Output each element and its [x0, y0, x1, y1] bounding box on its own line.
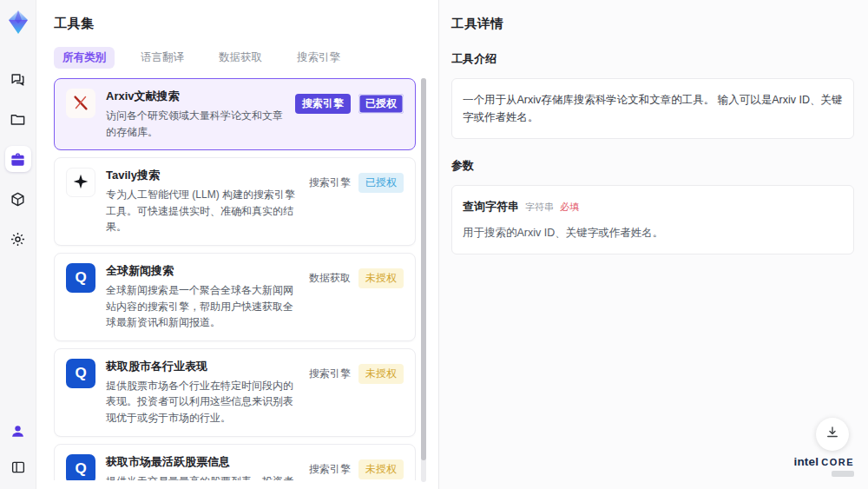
- news-q-icon: Q: [75, 461, 86, 476]
- tool-icon: Q: [66, 168, 95, 197]
- tool-description: 提供当天交易量最高的股票列表，投资者可以利用这些信息来识别流动性强的股票和潜在的…: [106, 473, 299, 480]
- download-button[interactable]: [816, 418, 849, 451]
- tool-card-body: Tavily搜索 专为人工智能代理 (LLM) 构建的搜索引擎工具。可快速提供实…: [106, 168, 299, 235]
- tool-name: Tavily搜索: [106, 168, 299, 183]
- tab-3[interactable]: 搜索引擎: [288, 47, 349, 69]
- sidebar-item-files[interactable]: [5, 106, 31, 132]
- rail-bottom: [5, 418, 31, 480]
- param-type: 字符串: [525, 200, 554, 215]
- tool-list: Q Arxiv文献搜索 访问各个研究领域大量科学论文和文章的存储库。 搜索引擎 …: [54, 78, 438, 480]
- param-desc: 用于搜索的Arxiv ID、关键字或作者姓名。: [463, 224, 843, 241]
- tab-0[interactable]: 所有类别: [54, 47, 115, 69]
- intel-wordmark: intel: [793, 455, 819, 468]
- tool-name: 全球新闻搜索: [106, 263, 299, 279]
- chat-bubbles-icon: [10, 71, 26, 88]
- tool-description: 全球新闻搜索是一个聚合全球各大新闻网站内容的搜索引擎，帮助用户快速获取全球最新资…: [106, 282, 299, 331]
- tool-card-badges: 数据获取 未授权: [309, 268, 404, 331]
- sparkle-star-icon: [72, 173, 89, 193]
- tool-card-badges: 搜索引擎 已授权: [309, 173, 404, 235]
- sidebar-item-tools[interactable]: [5, 146, 31, 172]
- tab-1[interactable]: 语言翻译: [132, 47, 193, 69]
- param-required-badge: 必填: [560, 200, 579, 215]
- auth-status-badge: 已授权: [358, 173, 404, 193]
- core-wordmark: CORE: [821, 457, 854, 467]
- sidebar-item-settings[interactable]: [5, 226, 31, 252]
- cube-icon: [10, 191, 26, 208]
- tool-card[interactable]: Q 全球新闻搜索 全球新闻搜索是一个聚合全球各大新闻网站内容的搜索引擎，帮助用户…: [54, 253, 416, 341]
- category-tabs: 所有类别语言翻译数据获取搜索引擎: [54, 47, 438, 69]
- tool-card-badges: 搜索引擎 未授权: [309, 364, 404, 426]
- user-icon: [10, 423, 26, 439]
- auth-status-badge: 已授权: [358, 94, 404, 114]
- gear-icon: [10, 231, 26, 248]
- intel-core-logo: intelCORE: [793, 453, 854, 477]
- tool-card-body: 全球新闻搜索 全球新闻搜索是一个聚合全球各大新闻网站内容的搜索引擎，帮助用户快速…: [106, 263, 299, 331]
- toolset-panel: 工具集 所有类别语言翻译数据获取搜索引擎 Q: [36, 0, 438, 489]
- param-card: 查询字符串 字符串 必填 用于搜索的Arxiv ID、关键字或作者姓名。: [451, 185, 854, 254]
- category-badge: 数据获取: [309, 268, 351, 288]
- param-name: 查询字符串: [463, 198, 519, 216]
- category-badge: 搜索引擎: [295, 94, 351, 114]
- param-head: 查询字符串 字符串 必填: [463, 198, 843, 216]
- tool-card-body: Arxiv文献搜索 访问各个研究领域大量科学论文和文章的存储库。: [106, 89, 285, 140]
- tool-card[interactable]: Q 获取市场最活跃股票信息 提供当天交易量最高的股票列表，投资者可以利用这些信息…: [54, 444, 416, 480]
- tab-2[interactable]: 数据获取: [210, 47, 271, 69]
- tool-card[interactable]: Q Arxiv文献搜索 访问各个研究领域大量科学论文和文章的存储库。 搜索引擎 …: [54, 78, 416, 150]
- intro-card: 一个用于从Arxiv存储库搜索科学论文和文章的工具。 输入可以是Arxiv ID…: [451, 78, 854, 139]
- folder-icon: [10, 111, 26, 128]
- arxiv-x-icon: [71, 93, 90, 115]
- sidebar-item-plugins[interactable]: [5, 186, 31, 212]
- tool-icon: Q: [66, 359, 95, 388]
- sidebar-item-chat[interactable]: [5, 66, 31, 92]
- auth-status-badge: 未授权: [358, 459, 404, 479]
- tool-card-body: 获取股市各行业表现 提供股票市场各个行业在特定时间段内的表现。投资者可以利用这些…: [106, 359, 299, 426]
- sidebar-item-panel-toggle[interactable]: [5, 454, 31, 480]
- tool-description: 专为人工智能代理 (LLM) 构建的搜索引擎工具。可快速提供实时、准确和真实的结…: [106, 187, 299, 235]
- params-section-title: 参数: [451, 158, 854, 174]
- tool-name: Arxiv文献搜索: [106, 89, 285, 104]
- tool-name: 获取股市各行业表现: [106, 359, 299, 374]
- tool-card[interactable]: Q 获取股市各行业表现 提供股票市场各个行业在特定时间段内的表现。投资者可以利用…: [54, 348, 416, 437]
- sidebar-item-user[interactable]: [5, 418, 31, 444]
- tool-card-badges: 搜索引擎 已授权: [295, 94, 404, 140]
- tool-card-badges: 搜索引擎 未授权: [309, 459, 404, 480]
- tool-details-panel: 工具详情 工具介绍 一个用于从Arxiv存储库搜索科学论文和文章的工具。 输入可…: [438, 0, 868, 489]
- category-badge: 搜索引擎: [309, 459, 351, 479]
- intro-section-title: 工具介绍: [451, 51, 854, 67]
- category-badge: 搜索引擎: [309, 173, 351, 193]
- news-q-icon: Q: [75, 366, 86, 380]
- tool-icon: Q: [66, 89, 95, 118]
- left-rail: [0, 0, 36, 489]
- page-title: 工具集: [54, 16, 438, 32]
- auth-status-badge: 未授权: [358, 268, 404, 288]
- details-title: 工具详情: [451, 16, 854, 32]
- tool-card[interactable]: Q Tavily搜索 专为人工智能代理 (LLM) 构建的搜索引擎工具。可快速提…: [54, 157, 416, 246]
- tool-name: 获取市场最活跃股票信息: [106, 454, 299, 470]
- news-q-icon: Q: [75, 270, 86, 285]
- tool-icon: Q: [66, 263, 95, 293]
- tool-description: 提供股票市场各个行业在特定时间段内的表现。投资者可以利用这些信息来识别表现优于或…: [106, 378, 299, 426]
- tool-description: 访问各个研究领域大量科学论文和文章的存储库。: [106, 108, 285, 140]
- logo-sub-badge: [832, 471, 854, 477]
- app-window: 工具集 所有类别语言翻译数据获取搜索引擎 Q: [0, 0, 868, 489]
- tool-icon: Q: [66, 454, 95, 480]
- briefcase-icon: [10, 151, 26, 168]
- list-scrollbar: [421, 78, 426, 482]
- download-icon: [825, 425, 840, 444]
- panel-toggle-icon: [10, 459, 26, 475]
- app-logo-gem-icon: [5, 9, 31, 36]
- rail-nav: [5, 66, 31, 252]
- tool-card-body: 获取市场最活跃股票信息 提供当天交易量最高的股票列表，投资者可以利用这些信息来识…: [106, 454, 299, 480]
- category-badge: 搜索引擎: [309, 364, 351, 384]
- auth-status-badge: 未授权: [358, 364, 404, 384]
- scrollbar-thumb[interactable]: [421, 78, 426, 460]
